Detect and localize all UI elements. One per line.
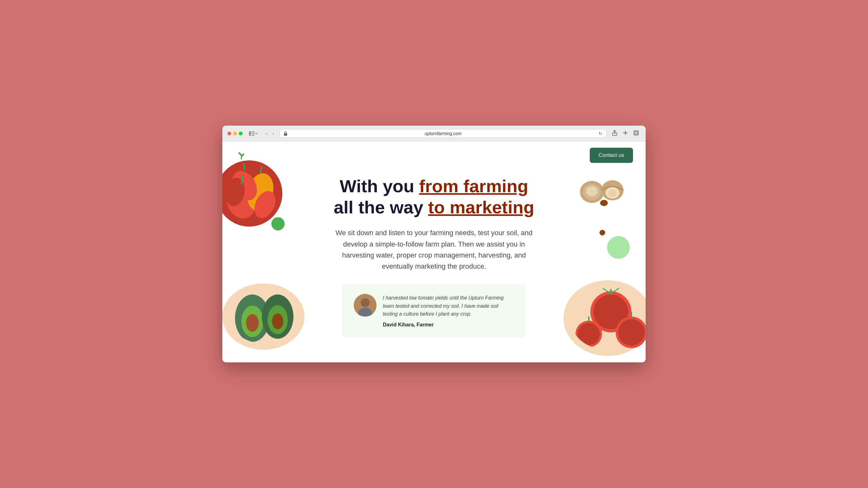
logo bbox=[235, 149, 248, 162]
svg-rect-2 bbox=[252, 133, 255, 134]
svg-rect-1 bbox=[252, 131, 255, 132]
secure-icon bbox=[284, 131, 287, 136]
testimonial-content: I harvested low tomato yields until the … bbox=[383, 294, 514, 328]
forward-button[interactable]: › bbox=[271, 130, 276, 137]
traffic-lights bbox=[227, 132, 243, 135]
share-button[interactable] bbox=[610, 129, 619, 138]
testimonial-quote: I harvested low tomato yields until the … bbox=[383, 294, 514, 318]
svg-point-44 bbox=[361, 298, 370, 307]
url-text: upturnfarming.com bbox=[289, 131, 597, 136]
address-bar[interactable]: upturnfarming.com ↻ bbox=[280, 129, 607, 138]
testimonial-card: I harvested low tomato yields until the … bbox=[342, 284, 526, 337]
title-highlight2: to marketing bbox=[428, 197, 534, 217]
back-button[interactable]: ‹ bbox=[264, 130, 270, 137]
svg-rect-0 bbox=[249, 131, 251, 136]
tabs-button[interactable] bbox=[632, 129, 641, 138]
website-content: Contact us With you from farming all the… bbox=[222, 141, 646, 362]
browser-nav-controls: ‹ › bbox=[264, 130, 276, 137]
new-tab-button[interactable] bbox=[621, 129, 630, 138]
logo-icon bbox=[235, 149, 248, 162]
testimonial-author: David Kihara, Farmer bbox=[383, 322, 514, 328]
navigation: Contact us bbox=[222, 141, 646, 169]
testimonial-avatar bbox=[354, 294, 376, 317]
contact-button[interactable]: Contact us bbox=[590, 148, 633, 163]
traffic-light-red[interactable] bbox=[227, 132, 231, 135]
svg-rect-8 bbox=[634, 131, 639, 135]
reload-button[interactable]: ↻ bbox=[598, 131, 602, 136]
svg-rect-4 bbox=[284, 133, 287, 136]
hero-section: With you from farming all the way to mar… bbox=[222, 169, 646, 337]
browser-chrome: ‹ › upturnfarming.com ↻ bbox=[222, 126, 646, 141]
browser-window: ‹ › upturnfarming.com ↻ bbox=[222, 126, 646, 362]
svg-rect-3 bbox=[252, 135, 255, 136]
title-part1: With you bbox=[340, 176, 419, 196]
hero-description: We sit down and listen to your farming n… bbox=[327, 227, 541, 272]
title-part2: all the way bbox=[334, 197, 428, 217]
hero-title: With you from farming all the way to mar… bbox=[241, 175, 627, 218]
title-highlight1: from farming bbox=[419, 176, 528, 196]
svg-rect-9 bbox=[635, 132, 638, 134]
browser-right-controls bbox=[610, 129, 641, 138]
sidebar-button[interactable] bbox=[246, 130, 260, 137]
traffic-light-green[interactable] bbox=[239, 132, 243, 135]
traffic-light-yellow[interactable] bbox=[233, 132, 237, 135]
